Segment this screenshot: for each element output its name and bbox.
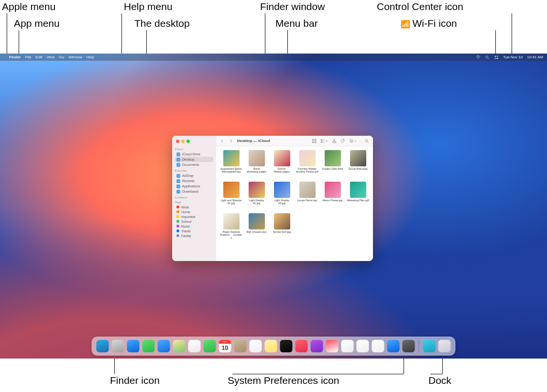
sidebar-item-label: AirDrop	[182, 174, 194, 177]
music-icon[interactable]	[295, 340, 308, 352]
label-finder-icon: Finder icon	[110, 375, 160, 386]
file-name: Rafi Chavers.key	[247, 230, 267, 233]
sidebar-item[interactable]: Home	[175, 209, 213, 214]
file-item[interactable]: Rafi Chavers.key	[245, 213, 268, 242]
spotlight-icon[interactable]	[485, 55, 490, 60]
sidebar-item[interactable]: Important	[175, 214, 213, 219]
downloads-icon[interactable]	[423, 340, 436, 352]
safari-icon[interactable]	[127, 340, 140, 352]
menu-help[interactable]: Help	[86, 55, 94, 59]
launchpad-icon[interactable]	[112, 340, 124, 352]
close-button[interactable]	[176, 140, 179, 143]
app-menu-finder[interactable]: Finder	[9, 55, 21, 59]
sidebar-item[interactable]: Music	[175, 224, 213, 229]
svg-point-0	[478, 58, 479, 59]
file-item[interactable]: Macro Flower.jpg	[321, 182, 344, 210]
notes-icon[interactable]	[265, 340, 277, 352]
menu-go[interactable]: Go	[59, 55, 64, 59]
wifi-icon[interactable]	[476, 55, 481, 60]
sidebar-item-label: Desktop	[182, 158, 195, 161]
calendar-icon[interactable]: NOV10	[219, 340, 231, 352]
wifi-glyph: 📶	[401, 20, 412, 28]
sidebar-item[interactable]: Desktop	[175, 157, 213, 162]
minimize-button[interactable]	[181, 140, 185, 143]
menu-edit[interactable]: Edit	[35, 55, 42, 59]
file-name: Macro Flower.jpg	[323, 199, 343, 202]
finder-sidebar: iCloudiCloud DriveDesktopDocumentsFavori…	[172, 136, 216, 261]
sidebar-item[interactable]: Downloads	[175, 189, 213, 194]
file-item[interactable]: Louise Parris.key	[296, 182, 318, 210]
svg-point-19	[365, 139, 368, 142]
svg-rect-3	[494, 55, 496, 56]
search-button[interactable]	[364, 139, 369, 143]
numbers-icon[interactable]	[357, 340, 369, 352]
sidebar-item-label: Important	[181, 215, 196, 218]
sidebar-item[interactable]: Work	[175, 205, 213, 209]
sidebar-item-label: School	[181, 220, 191, 223]
file-name: Augmented Space Reimagined.key	[220, 167, 242, 173]
news-icon[interactable]	[326, 340, 339, 352]
svg-rect-8	[315, 139, 316, 141]
podcasts-icon[interactable]	[311, 340, 323, 352]
sidebar-item[interactable]: School	[175, 219, 213, 224]
file-item[interactable]: Sunset Surf.jpg	[271, 213, 293, 242]
label-app-menu: App menu	[14, 18, 60, 29]
control-center-icon[interactable]	[494, 55, 499, 60]
menubar-date[interactable]: Tue Nov 10	[503, 55, 523, 59]
svg-rect-12	[321, 142, 322, 142]
menu-view[interactable]: View	[46, 55, 55, 59]
stocks-icon[interactable]	[341, 340, 354, 352]
action-menu-button[interactable]	[349, 139, 357, 143]
messages-icon[interactable]	[142, 340, 155, 352]
file-item[interactable]: Farmers Market Monthly Pocket.pdf	[296, 150, 318, 179]
sidebar-item[interactable]: AirDrop	[175, 173, 213, 178]
photos-icon[interactable]	[188, 340, 201, 352]
file-item[interactable]: Marketing Plan.pdf	[347, 182, 369, 210]
share-button[interactable]	[332, 139, 337, 143]
sidebar-item[interactable]: iCloud Drive	[175, 152, 213, 157]
sidebar-item[interactable]: Documents	[175, 162, 213, 167]
file-item[interactable]: Band Workshop.pages	[245, 150, 268, 179]
file-name: Sunset Surf.jpg	[273, 230, 291, 233]
file-item[interactable]: Augmented Space Reimagined.key	[220, 150, 242, 179]
view-icons-button[interactable]	[312, 139, 317, 143]
maps-icon[interactable]	[173, 340, 186, 352]
mail-icon[interactable]	[158, 340, 170, 352]
file-item[interactable]: Group Ride.jpeg	[347, 150, 369, 179]
file-item[interactable]: Light and Shadow 01.jpg	[220, 182, 242, 210]
tag-button[interactable]	[340, 139, 345, 143]
file-item[interactable]: Paper Airplane Experim….numbers	[220, 213, 242, 242]
file-item[interactable]: Light Display 03.jpg	[271, 182, 293, 210]
menubar-time[interactable]: 10:41 AM	[527, 55, 543, 59]
sidebar-item[interactable]: Applications	[175, 184, 213, 189]
trash-icon[interactable]	[438, 340, 451, 352]
file-item[interactable]: District Market.pages	[271, 150, 293, 179]
back-button[interactable]	[220, 139, 225, 143]
pages-icon[interactable]	[372, 340, 384, 352]
sidebar-item-icon	[176, 190, 180, 194]
group-menu-button[interactable]	[320, 139, 328, 143]
sidebar-item[interactable]: Travel	[175, 229, 213, 233]
contacts-icon[interactable]	[234, 340, 247, 352]
fullscreen-button[interactable]	[186, 140, 190, 143]
sidebar-item[interactable]: Family	[175, 233, 213, 238]
tag-dot	[176, 220, 179, 223]
file-item[interactable]: Golden Gate Park	[321, 150, 344, 179]
menu-file[interactable]: File	[25, 55, 31, 59]
appstore-icon[interactable]	[387, 340, 400, 352]
file-name: Group Ride.jpeg	[348, 167, 367, 170]
file-item[interactable]: Light Display 01.jpg	[245, 182, 268, 210]
sidebar-item[interactable]: Recents	[175, 178, 213, 184]
sidebar-section-header: Locations	[175, 196, 213, 199]
forward-button[interactable]	[229, 139, 233, 143]
label-wifi-icon: 📶 Wi-Fi icon	[401, 18, 457, 29]
sidebar-item-label: Documents	[182, 163, 199, 166]
menu-window[interactable]: Window	[68, 55, 82, 59]
system-preferences-icon[interactable]	[403, 340, 415, 352]
sidebar-item-label: Family	[181, 234, 191, 238]
finder-icon[interactable]	[97, 340, 109, 352]
tv-icon[interactable]	[280, 340, 293, 352]
sidebar-item-icon	[176, 163, 180, 167]
reminders-icon[interactable]	[250, 340, 262, 352]
facetime-icon[interactable]	[204, 340, 216, 352]
